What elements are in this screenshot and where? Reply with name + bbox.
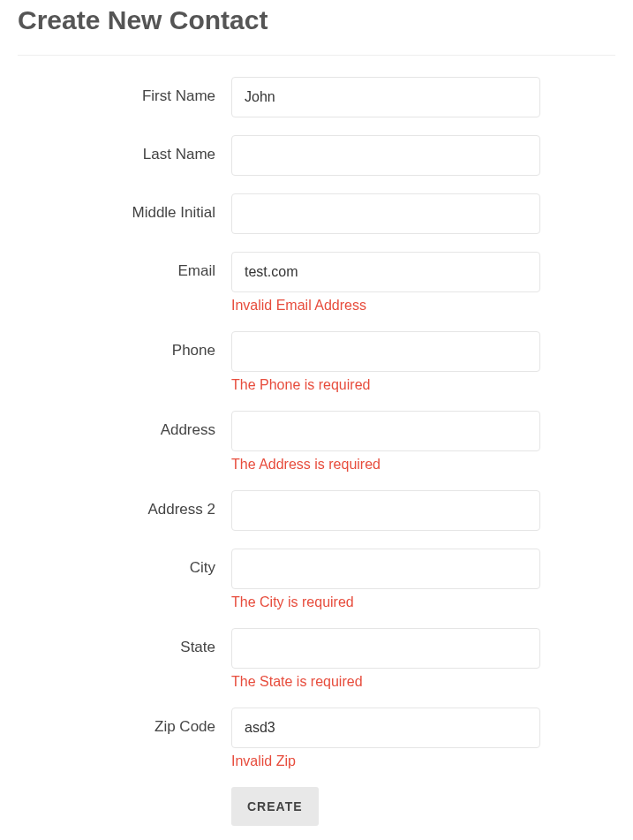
last-name-control [231, 135, 540, 176]
state-input[interactable] [231, 628, 540, 669]
first-name-control [231, 77, 540, 117]
contact-form: First Name Last Name Middle Initial Emai… [18, 77, 615, 826]
city-label: City [18, 549, 231, 577]
create-button[interactable]: CREATE [231, 787, 319, 826]
email-input[interactable] [231, 252, 540, 292]
email-label: Email [18, 252, 231, 280]
zip-control: Invalid Zip [231, 708, 540, 769]
first-name-input[interactable] [231, 77, 540, 117]
address-error: The Address is required [231, 457, 540, 473]
state-label: State [18, 628, 231, 656]
phone-input[interactable] [231, 331, 540, 372]
address-input[interactable] [231, 411, 540, 451]
city-control: The City is required [231, 549, 540, 610]
middle-initial-label: Middle Initial [18, 193, 231, 222]
state-control: The State is required [231, 628, 540, 690]
state-error: The State is required [231, 674, 540, 690]
form-row-phone: Phone The Phone is required [18, 331, 615, 393]
first-name-label: First Name [18, 77, 231, 105]
address2-control [231, 490, 540, 531]
submit-spacer [18, 787, 231, 826]
zip-input[interactable] [231, 708, 540, 748]
form-row-address: Address The Address is required [18, 411, 615, 473]
page-title: Create New Contact [18, 0, 615, 56]
last-name-label: Last Name [18, 135, 231, 163]
form-row-last-name: Last Name [18, 135, 615, 176]
form-row-middle-initial: Middle Initial [18, 193, 615, 234]
city-input[interactable] [231, 549, 540, 589]
zip-label: Zip Code [18, 708, 231, 736]
address-control: The Address is required [231, 411, 540, 473]
phone-control: The Phone is required [231, 331, 540, 393]
middle-initial-input[interactable] [231, 193, 540, 234]
phone-error: The Phone is required [231, 377, 540, 393]
submit-row: CREATE [18, 787, 615, 826]
form-row-address2: Address 2 [18, 490, 615, 531]
form-row-city: City The City is required [18, 549, 615, 610]
email-control: Invalid Email Address [231, 252, 540, 314]
form-row-first-name: First Name [18, 77, 615, 117]
zip-error: Invalid Zip [231, 753, 540, 769]
form-row-email: Email Invalid Email Address [18, 252, 615, 314]
form-row-zip: Zip Code Invalid Zip [18, 708, 615, 769]
last-name-input[interactable] [231, 135, 540, 176]
middle-initial-control [231, 193, 540, 234]
address2-input[interactable] [231, 490, 540, 531]
email-error: Invalid Email Address [231, 298, 540, 314]
form-row-state: State The State is required [18, 628, 615, 690]
city-error: The City is required [231, 594, 540, 610]
address2-label: Address 2 [18, 490, 231, 518]
phone-label: Phone [18, 331, 231, 359]
address-label: Address [18, 411, 231, 439]
